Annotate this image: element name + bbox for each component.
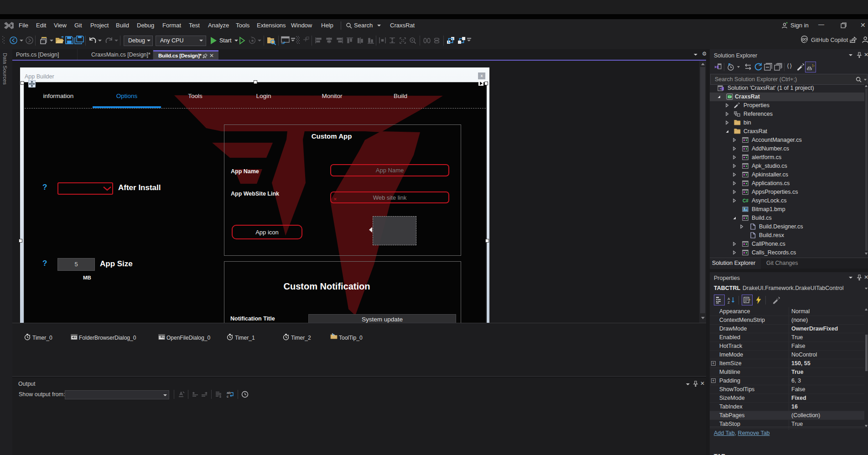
svg-text:c: c — [227, 394, 229, 398]
svg-text:C#: C# — [728, 95, 732, 98]
svg-text:C#: C# — [743, 198, 748, 203]
svg-text:Z: Z — [728, 300, 730, 304]
